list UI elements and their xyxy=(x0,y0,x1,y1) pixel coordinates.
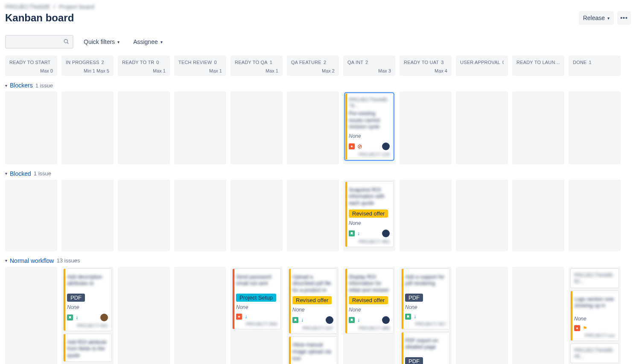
swimlane-cell[interactable] xyxy=(287,180,339,251)
search-input[interactable] xyxy=(9,38,63,46)
column-header[interactable]: TECH REVIEW0Max 1 xyxy=(174,55,226,76)
swimlane-cell[interactable] xyxy=(512,180,564,251)
column-header[interactable]: QA INT2Max 3 xyxy=(343,55,395,76)
column-count: 0 xyxy=(214,60,217,65)
assignee-avatar[interactable] xyxy=(100,314,108,321)
swimlane-cell[interactable] xyxy=(118,267,170,364)
release-button[interactable]: Release ▾ xyxy=(579,11,614,25)
swimlane-cell[interactable] xyxy=(512,267,564,364)
column-header[interactable]: READY TO QA1Max 1 xyxy=(230,55,283,76)
issue-card[interactable]: Display ROI information for initial and … xyxy=(345,268,394,334)
swimlane-cell[interactable]: Snapshot ROI information with each quote… xyxy=(343,180,395,251)
issue-card[interactable]: Upload a described pdf file for a produc… xyxy=(289,268,337,334)
swimlane-cell[interactable] xyxy=(230,91,283,164)
breadcrumb-project[interactable]: PROJECTNAME xyxy=(5,3,50,10)
column-count: 1 xyxy=(270,60,272,65)
swimlane-cell[interactable] xyxy=(230,180,283,251)
svg-line-1 xyxy=(67,42,69,44)
assignee-avatar[interactable] xyxy=(382,143,390,150)
column-header[interactable]: DONE1 xyxy=(569,55,621,76)
column-header[interactable]: USER APPROVAL0 xyxy=(456,55,508,76)
column-header[interactable]: READY TO TR0Max 1 xyxy=(118,55,170,76)
card-footer: ●⚑ xyxy=(574,325,615,331)
issue-card[interactable]: Allow manual image upload via tool xyxy=(289,336,337,364)
card-label: Revised offer xyxy=(292,296,332,304)
column-name: QA FEATURE xyxy=(291,60,321,65)
assignee-avatar[interactable] xyxy=(382,230,390,237)
breadcrumb-section[interactable]: Project board xyxy=(59,3,94,10)
swimlane-cell[interactable] xyxy=(456,180,508,251)
swimlane-cell[interactable]: PROJECTNAME-82…Logo section now showing … xyxy=(569,267,621,364)
card-key: PROJECT-128 xyxy=(349,152,390,157)
column-name: DONE xyxy=(573,60,587,65)
search-input-container[interactable] xyxy=(5,35,73,49)
column-header[interactable]: IN PROGRESS2Min 1 Max 5 xyxy=(61,55,114,76)
more-actions-button[interactable]: ••• xyxy=(617,11,631,25)
issue-card[interactable]: Send password email not sentProject Setu… xyxy=(232,268,281,329)
chevron-down-icon: ▾ xyxy=(5,171,7,176)
swimlane-cell[interactable] xyxy=(456,267,508,364)
card-summary: Send password email not sent xyxy=(236,274,277,291)
swimlane-cell[interactable]: Add description attributes toPDFNone↓PRO… xyxy=(61,267,114,364)
swimlane-cell[interactable]: PROJECTNAME-78…Pre existing issues canno… xyxy=(343,91,395,164)
swimlane-cell[interactable] xyxy=(5,267,57,364)
swimlane-cell[interactable]: Upload a described pdf file for a produc… xyxy=(287,267,339,364)
card-footer: ↓ xyxy=(349,316,390,324)
column-name: READY TO LAUN… xyxy=(516,60,560,65)
swimlane-cell[interactable] xyxy=(569,180,621,251)
column-header[interactable]: READY TO UAT3Max 4 xyxy=(400,55,452,76)
swimlane-cell[interactable] xyxy=(512,91,564,164)
swimlane-count: 1 issue xyxy=(35,82,53,89)
issue-card[interactable]: Snapshot ROI information with each quote… xyxy=(345,181,394,247)
priority-blocker-icon: ⊘ xyxy=(357,143,362,150)
column-header[interactable]: READY TO START0Max 0 xyxy=(5,55,57,76)
swimlane-name: Blocked xyxy=(10,170,31,177)
swimlane-cell[interactable] xyxy=(118,180,170,251)
swimlane-header[interactable]: ▾Blockers 1 issue xyxy=(5,82,631,89)
issue-card[interactable]: PROJECTNAME-48… xyxy=(570,344,619,363)
card-key: PROJECT-581 xyxy=(67,323,108,328)
column-header[interactable]: QA FEATURE2Max 2 xyxy=(287,55,339,76)
swimlane-cell[interactable] xyxy=(118,91,170,164)
swimlane-cell[interactable] xyxy=(5,180,57,251)
swimlane-cell[interactable] xyxy=(5,91,57,164)
swimlane-cell[interactable]: Send password email not sentProject Setu… xyxy=(230,267,283,364)
swimlane-cell[interactable] xyxy=(174,267,226,364)
swimlane-cell[interactable] xyxy=(569,91,621,164)
page-title: Kanban board xyxy=(5,12,74,24)
issue-card[interactable]: PROJECTNAME-82… xyxy=(570,268,619,288)
issue-card[interactable]: PROJECTNAME-78…Pre existing issues canno… xyxy=(345,93,394,160)
assignee-avatar[interactable] xyxy=(326,316,333,324)
swimlane-header[interactable]: ▾Blocked 1 issue xyxy=(5,170,631,177)
swimlane-name: Normal workflow xyxy=(10,257,54,264)
column-name: READY TO START xyxy=(9,60,51,65)
quick-filters-dropdown[interactable]: Quick filters ▾ xyxy=(80,36,123,48)
swimlane-cell[interactable] xyxy=(400,91,452,164)
card-key: PROJECT-557 xyxy=(405,321,446,326)
swimlane-cell[interactable] xyxy=(287,91,339,164)
swimlane-cell[interactable] xyxy=(400,180,452,251)
issue-card[interactable]: Add a support for pdf renderingPDFNone↓P… xyxy=(401,268,450,329)
swimlane-cell[interactable] xyxy=(456,91,508,164)
swimlane-cell[interactable]: Add a support for pdf renderingPDFNone↓P… xyxy=(400,267,452,364)
swimlane-cell[interactable] xyxy=(61,180,114,251)
card-stripe xyxy=(233,269,234,329)
issue-card[interactable]: Logo section now showing up inNone●⚑PROJ… xyxy=(570,291,619,341)
swimlane-cell[interactable] xyxy=(174,180,226,251)
column-count: 0 xyxy=(156,60,159,65)
swimlane-cell[interactable]: Display ROI information for initial and … xyxy=(343,267,395,364)
issue-card[interactable]: Add description attributes toPDFNone↓PRO… xyxy=(63,268,112,331)
swimlane-header[interactable]: ▾Normal workflow 13 issues xyxy=(5,257,631,264)
more-horizontal-icon: ••• xyxy=(620,15,628,21)
swimlane-name: Blockers xyxy=(10,82,33,89)
issue-card[interactable]: Add ROI attribute from fields to the quo… xyxy=(63,334,112,362)
assignee-dropdown[interactable]: Assignee ▾ xyxy=(130,36,166,48)
column-header[interactable]: READY TO LAUN…0 xyxy=(512,55,564,76)
card-extra-field: None xyxy=(574,316,615,322)
assignee-avatar[interactable] xyxy=(382,316,390,324)
issue-card[interactable]: PDF export on detailed pagePDF xyxy=(401,332,450,364)
swimlane-cell[interactable] xyxy=(174,91,226,164)
card-key: PROJECT-558 xyxy=(236,321,277,326)
card-key: PROJECT-xxx xyxy=(574,333,615,338)
swimlane-cell[interactable] xyxy=(61,91,114,164)
